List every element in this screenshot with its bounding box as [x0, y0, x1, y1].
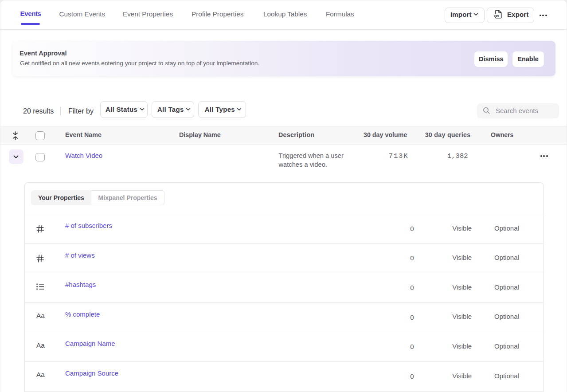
svg-text:csv: csv [494, 14, 500, 18]
